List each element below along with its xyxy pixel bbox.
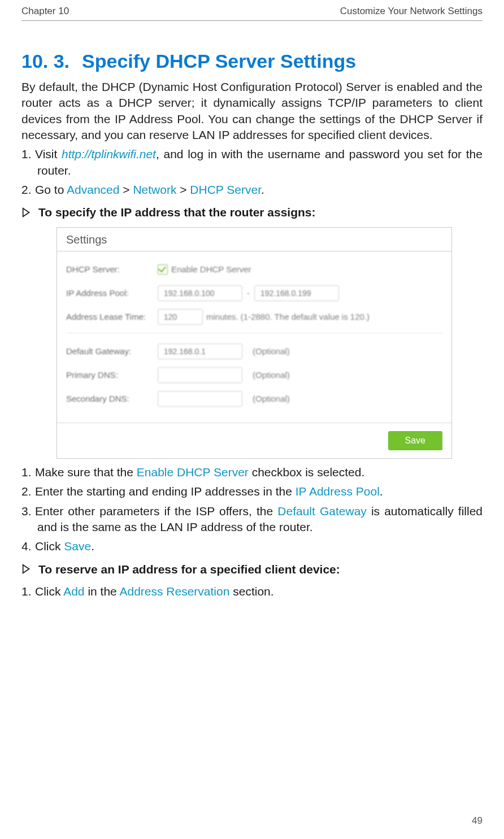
- optional-text: (Optional): [253, 370, 290, 380]
- page-number: 49: [472, 815, 483, 827]
- row-dhcp-server: DHCP Server: Enable DHCP Server: [66, 259, 442, 280]
- label-dhcp: DHCP Server:: [66, 264, 158, 274]
- row-primary-dns: Primary DNS: (Optional): [66, 365, 442, 385]
- gateway-input[interactable]: 192.168.0.1: [158, 344, 242, 359]
- step-2: 2.Go to Advanced > Network > DHCP Server…: [21, 182, 483, 198]
- subtask-assign-ip: To specify the IP address that the route…: [21, 206, 483, 220]
- enable-dhcp-checkbox[interactable]: Enable DHCP Server: [158, 264, 251, 275]
- page-title: 10. 3.Specify DHCP Server Settings: [21, 50, 483, 72]
- check-icon: [158, 264, 168, 275]
- chapter-label: Chapter 10: [21, 6, 69, 17]
- label-lease: Address Lease Time:: [66, 312, 158, 321]
- secondary-dns-input[interactable]: [158, 391, 242, 407]
- label-ip-pool: IP Address Pool:: [66, 288, 158, 298]
- row-ip-pool: IP Address Pool: 192.168.0.100 - 192.168…: [66, 283, 442, 303]
- title-text: Specify DHCP Server Settings: [82, 50, 356, 72]
- chevron-right-icon: [21, 563, 32, 577]
- step-number: 1.: [21, 146, 35, 162]
- breadcrumb-network: Network: [133, 183, 176, 196]
- settings-panel: Settings DHCP Server: Enable DHCP Server…: [57, 227, 452, 459]
- breadcrumb-dhcp: DHCP Server: [190, 183, 261, 196]
- title-number: 10. 3.: [21, 50, 69, 72]
- optional-text: (Optional): [253, 346, 290, 356]
- running-header: Chapter 10 Customize Your Network Settin…: [21, 0, 483, 21]
- panel-footer: Save: [57, 423, 451, 458]
- step-1: 1.Visit http://tplinkwifi.net, and log i…: [21, 146, 483, 179]
- document-page: Chapter 10 Customize Your Network Settin…: [0, 0, 504, 839]
- label-pdns: Primary DNS:: [66, 370, 158, 380]
- optional-text: (Optional): [253, 394, 290, 403]
- chevron-right-icon: [21, 207, 32, 220]
- reserve-step-1: 1.Click Add in the Address Reservation s…: [21, 584, 483, 599]
- subtask-reserve-ip: To reserve an IP address for a specified…: [21, 563, 483, 577]
- label-sdns: Secondary DNS:: [66, 394, 158, 403]
- lease-time-input[interactable]: 120: [158, 309, 203, 325]
- substep-2: 2.Enter the starting and ending IP addre…: [21, 484, 483, 499]
- panel-heading: Settings: [57, 228, 451, 251]
- ip-pool-end-input[interactable]: 192.168.0.199: [254, 285, 339, 301]
- panel-body: DHCP Server: Enable DHCP Server IP Addre…: [57, 251, 451, 423]
- section-title: Customize Your Network Settings: [340, 6, 483, 17]
- substep-1: 1.Make sure that the Enable DHCP Server …: [21, 464, 483, 480]
- row-default-gateway: Default Gateway: 192.168.0.1 (Optional): [66, 333, 442, 362]
- label-gateway: Default Gateway:: [66, 346, 158, 356]
- range-dash: -: [247, 288, 250, 298]
- save-button[interactable]: Save: [388, 431, 442, 450]
- tplinkwifi-link[interactable]: http://tplinkwifi.net: [62, 147, 156, 160]
- substep-3: 3.Enter other parameters if the ISP offe…: [21, 503, 483, 536]
- row-lease-time: Address Lease Time: 120 minutes. (1-2880…: [66, 307, 442, 327]
- step-number: 2.: [21, 182, 35, 198]
- primary-dns-input[interactable]: [158, 367, 242, 383]
- ip-pool-start-input[interactable]: 192.168.0.100: [158, 285, 242, 301]
- row-secondary-dns: Secondary DNS: (Optional): [66, 389, 442, 409]
- lease-hint: minutes. (1-2880. The default value is 1…: [206, 312, 370, 321]
- breadcrumb-advanced: Advanced: [67, 183, 119, 196]
- substep-4: 4.Click Save.: [21, 538, 483, 554]
- intro-paragraph: By default, the DHCP (Dynamic Host Confi…: [21, 79, 483, 143]
- checkbox-label: Enable DHCP Server: [171, 264, 251, 274]
